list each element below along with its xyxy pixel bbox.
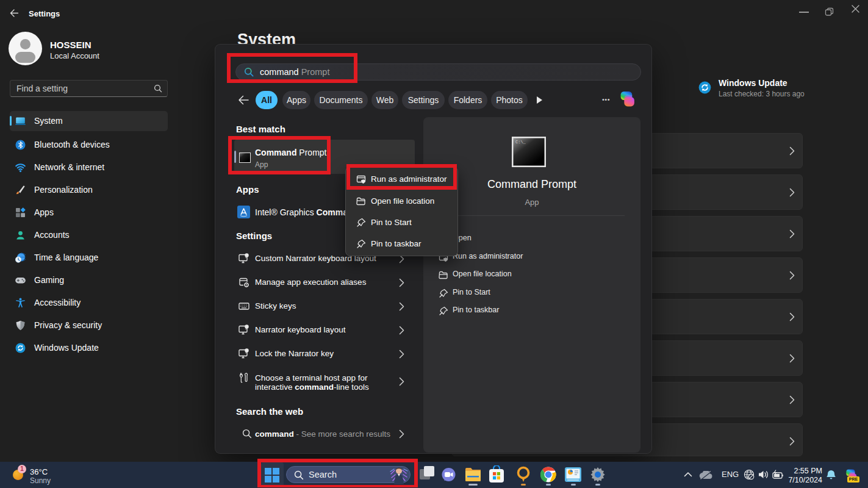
svg-text:C:\_: C:\_	[515, 140, 526, 145]
